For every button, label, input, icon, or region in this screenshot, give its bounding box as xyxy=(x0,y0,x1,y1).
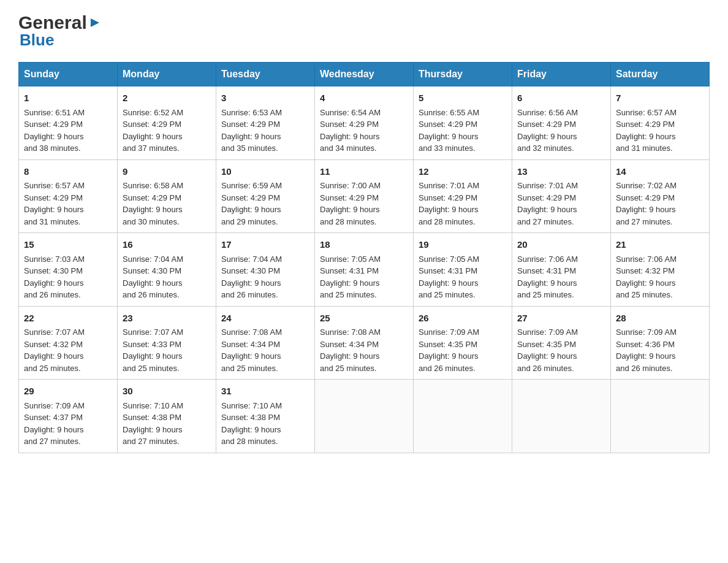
day-info: Sunrise: 7:01 AMSunset: 4:29 PMDaylight:… xyxy=(517,181,578,226)
calendar-cell: 30Sunrise: 7:10 AMSunset: 4:38 PMDayligh… xyxy=(118,380,216,453)
calendar-cell: 29Sunrise: 7:09 AMSunset: 4:37 PMDayligh… xyxy=(19,380,118,453)
calendar-cell: 15Sunrise: 7:03 AMSunset: 4:30 PMDayligh… xyxy=(19,233,118,307)
day-info: Sunrise: 7:05 AMSunset: 4:31 PMDaylight:… xyxy=(320,255,381,300)
week-row-1: 1Sunrise: 6:51 AMSunset: 4:29 PMDaylight… xyxy=(19,86,710,160)
day-number: 11 xyxy=(320,165,408,179)
col-header-wednesday: Wednesday xyxy=(315,63,414,86)
day-number: 7 xyxy=(616,91,704,105)
day-info: Sunrise: 7:06 AMSunset: 4:32 PMDaylight:… xyxy=(616,255,677,300)
day-number: 22 xyxy=(24,312,112,326)
calendar-cell: 7Sunrise: 6:57 AMSunset: 4:29 PMDaylight… xyxy=(611,86,710,160)
day-info: Sunrise: 6:57 AMSunset: 4:29 PMDaylight:… xyxy=(24,181,85,226)
day-number: 2 xyxy=(123,91,211,105)
col-header-friday: Friday xyxy=(512,63,611,86)
calendar-cell: 4Sunrise: 6:54 AMSunset: 4:29 PMDaylight… xyxy=(315,86,414,160)
week-row-5: 29Sunrise: 7:09 AMSunset: 4:37 PMDayligh… xyxy=(19,380,710,453)
day-number: 13 xyxy=(517,165,605,179)
calendar-cell: 19Sunrise: 7:05 AMSunset: 4:31 PMDayligh… xyxy=(414,233,512,307)
calendar-cell: 22Sunrise: 7:07 AMSunset: 4:32 PMDayligh… xyxy=(19,306,118,380)
svg-marker-0 xyxy=(91,18,99,27)
day-number: 5 xyxy=(419,91,507,105)
calendar-cell xyxy=(512,380,611,453)
calendar-cell: 2Sunrise: 6:52 AMSunset: 4:29 PMDaylight… xyxy=(118,86,216,160)
week-row-3: 15Sunrise: 7:03 AMSunset: 4:30 PMDayligh… xyxy=(19,233,710,307)
calendar-header-row: SundayMondayTuesdayWednesdayThursdayFrid… xyxy=(19,63,710,86)
calendar-cell: 17Sunrise: 7:04 AMSunset: 4:30 PMDayligh… xyxy=(216,233,315,307)
day-number: 16 xyxy=(123,238,211,252)
day-info: Sunrise: 6:55 AMSunset: 4:29 PMDaylight:… xyxy=(419,108,479,153)
day-info: Sunrise: 7:04 AMSunset: 4:30 PMDaylight:… xyxy=(123,255,183,300)
calendar-cell: 1Sunrise: 6:51 AMSunset: 4:29 PMDaylight… xyxy=(19,86,118,160)
day-info: Sunrise: 7:04 AMSunset: 4:30 PMDaylight:… xyxy=(221,255,282,300)
day-number: 19 xyxy=(419,238,507,252)
calendar-cell xyxy=(414,380,512,453)
day-number: 28 xyxy=(616,312,704,326)
day-number: 25 xyxy=(320,312,408,326)
calendar-cell: 13Sunrise: 7:01 AMSunset: 4:29 PMDayligh… xyxy=(512,159,611,233)
col-header-thursday: Thursday xyxy=(414,63,512,86)
col-header-tuesday: Tuesday xyxy=(216,63,315,86)
calendar-cell xyxy=(611,380,710,453)
day-info: Sunrise: 7:10 AMSunset: 4:38 PMDaylight:… xyxy=(123,401,183,446)
calendar-cell: 14Sunrise: 7:02 AMSunset: 4:29 PMDayligh… xyxy=(611,159,710,233)
day-number: 27 xyxy=(517,312,605,326)
calendar-cell xyxy=(315,380,414,453)
calendar-cell: 12Sunrise: 7:01 AMSunset: 4:29 PMDayligh… xyxy=(414,159,512,233)
day-number: 24 xyxy=(221,312,309,326)
day-number: 15 xyxy=(24,238,112,252)
calendar-cell: 10Sunrise: 6:59 AMSunset: 4:29 PMDayligh… xyxy=(216,159,315,233)
calendar-cell: 25Sunrise: 7:08 AMSunset: 4:34 PMDayligh… xyxy=(315,306,414,380)
day-info: Sunrise: 6:57 AMSunset: 4:29 PMDaylight:… xyxy=(616,108,677,153)
day-info: Sunrise: 7:08 AMSunset: 4:34 PMDaylight:… xyxy=(221,327,282,373)
day-info: Sunrise: 7:01 AMSunset: 4:29 PMDaylight:… xyxy=(419,181,479,226)
day-info: Sunrise: 6:53 AMSunset: 4:29 PMDaylight:… xyxy=(221,108,282,153)
day-info: Sunrise: 7:07 AMSunset: 4:32 PMDaylight:… xyxy=(24,327,85,373)
calendar-cell: 6Sunrise: 6:56 AMSunset: 4:29 PMDaylight… xyxy=(512,86,611,160)
calendar-cell: 24Sunrise: 7:08 AMSunset: 4:34 PMDayligh… xyxy=(216,306,315,380)
day-number: 12 xyxy=(419,165,507,179)
day-info: Sunrise: 7:09 AMSunset: 4:37 PMDaylight:… xyxy=(24,401,85,446)
calendar-cell: 18Sunrise: 7:05 AMSunset: 4:31 PMDayligh… xyxy=(315,233,414,307)
calendar-cell: 8Sunrise: 6:57 AMSunset: 4:29 PMDaylight… xyxy=(19,159,118,233)
day-info: Sunrise: 7:05 AMSunset: 4:31 PMDaylight:… xyxy=(419,255,479,300)
day-info: Sunrise: 7:09 AMSunset: 4:35 PMDaylight:… xyxy=(419,327,479,373)
day-info: Sunrise: 7:06 AMSunset: 4:31 PMDaylight:… xyxy=(517,255,578,300)
day-info: Sunrise: 7:00 AMSunset: 4:29 PMDaylight:… xyxy=(320,181,381,226)
week-row-2: 8Sunrise: 6:57 AMSunset: 4:29 PMDaylight… xyxy=(19,159,710,233)
day-info: Sunrise: 7:10 AMSunset: 4:38 PMDaylight:… xyxy=(221,401,282,446)
col-header-saturday: Saturday xyxy=(611,63,710,86)
calendar-cell: 16Sunrise: 7:04 AMSunset: 4:30 PMDayligh… xyxy=(118,233,216,307)
day-number: 21 xyxy=(616,238,704,252)
day-number: 8 xyxy=(24,165,112,179)
day-info: Sunrise: 7:09 AMSunset: 4:35 PMDaylight:… xyxy=(517,327,578,373)
page-header: General Blue xyxy=(18,12,710,50)
calendar-cell: 20Sunrise: 7:06 AMSunset: 4:31 PMDayligh… xyxy=(512,233,611,307)
day-number: 9 xyxy=(123,165,211,179)
calendar-cell: 28Sunrise: 7:09 AMSunset: 4:36 PMDayligh… xyxy=(611,306,710,380)
col-header-sunday: Sunday xyxy=(19,63,118,86)
week-row-4: 22Sunrise: 7:07 AMSunset: 4:32 PMDayligh… xyxy=(19,306,710,380)
col-header-monday: Monday xyxy=(118,63,216,86)
logo-general: General xyxy=(18,12,87,33)
calendar-cell: 21Sunrise: 7:06 AMSunset: 4:32 PMDayligh… xyxy=(611,233,710,307)
calendar-cell: 26Sunrise: 7:09 AMSunset: 4:35 PMDayligh… xyxy=(414,306,512,380)
day-number: 14 xyxy=(616,165,704,179)
day-number: 20 xyxy=(517,238,605,252)
day-info: Sunrise: 6:54 AMSunset: 4:29 PMDaylight:… xyxy=(320,108,381,153)
calendar-cell: 23Sunrise: 7:07 AMSunset: 4:33 PMDayligh… xyxy=(118,306,216,380)
day-info: Sunrise: 6:51 AMSunset: 4:29 PMDaylight:… xyxy=(24,108,85,153)
day-number: 26 xyxy=(419,312,507,326)
calendar-cell: 5Sunrise: 6:55 AMSunset: 4:29 PMDaylight… xyxy=(414,86,512,160)
calendar-table: SundayMondayTuesdayWednesdayThursdayFrid… xyxy=(18,62,710,453)
day-number: 30 xyxy=(123,385,211,399)
day-number: 3 xyxy=(221,91,309,105)
logo-blue: Blue xyxy=(20,31,54,50)
day-info: Sunrise: 6:58 AMSunset: 4:29 PMDaylight:… xyxy=(123,181,183,226)
day-number: 17 xyxy=(221,238,309,252)
calendar-cell: 27Sunrise: 7:09 AMSunset: 4:35 PMDayligh… xyxy=(512,306,611,380)
day-info: Sunrise: 6:52 AMSunset: 4:29 PMDaylight:… xyxy=(123,108,183,153)
day-number: 29 xyxy=(24,385,112,399)
day-number: 10 xyxy=(221,165,309,179)
day-info: Sunrise: 7:08 AMSunset: 4:34 PMDaylight:… xyxy=(320,327,381,373)
calendar-cell: 3Sunrise: 6:53 AMSunset: 4:29 PMDaylight… xyxy=(216,86,315,160)
